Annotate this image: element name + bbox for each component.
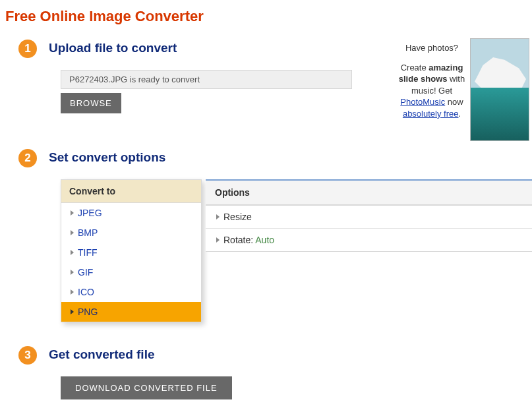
upload-status: P6272403.JPG is ready to convert	[61, 70, 352, 89]
download-button[interactable]: DOWNLOAD CONVERTED FILE	[61, 376, 232, 399]
promo-image	[470, 38, 529, 141]
promo-text: Have photos? Create amazing slide shows …	[394, 38, 470, 141]
format-label: TIFF	[78, 247, 98, 258]
promo-text-span: now	[445, 97, 463, 107]
convert-to-panel: Convert to JPEG BMP TIFF GIF ICO PNG	[61, 179, 202, 322]
promo-body: Create amazing slide shows with music! G…	[394, 62, 470, 120]
options-panel: Options Resize Rotate: Auto	[206, 179, 532, 252]
options-header: Options	[206, 181, 532, 204]
format-label: ICO	[78, 287, 94, 297]
format-list: JPEG BMP TIFF GIF ICO PNG	[61, 203, 201, 322]
caret-icon	[216, 237, 220, 243]
format-png[interactable]: PNG	[61, 302, 201, 322]
option-label: Rotate:	[223, 235, 253, 245]
step-2-heading: Set convert options	[49, 149, 165, 165]
promo-link-photomusic[interactable]: PhotoMusic	[400, 97, 445, 107]
format-label: PNG	[78, 307, 98, 317]
caret-icon	[71, 230, 74, 235]
caret-icon	[71, 250, 74, 255]
format-label: BMP	[78, 227, 98, 238]
format-ico[interactable]: ICO	[61, 282, 201, 302]
option-rotate-value: Auto	[255, 235, 274, 245]
caret-icon	[71, 289, 74, 295]
promo-text-span: .	[458, 109, 461, 119]
option-rotate[interactable]: Rotate: Auto	[206, 229, 532, 251]
caret-icon	[71, 210, 74, 216]
step-3: 3 Get converted file	[18, 346, 527, 365]
step-3-heading: Get converted file	[49, 346, 155, 362]
format-tiff[interactable]: TIFF	[61, 243, 201, 262]
boat-shape	[475, 57, 526, 88]
step-1-heading: Upload file to convert	[49, 40, 177, 55]
step-badge-3: 3	[18, 346, 37, 365]
promo-text-span: Create	[401, 63, 429, 73]
caret-icon	[71, 270, 74, 275]
convert-panel: Convert to JPEG BMP TIFF GIF ICO PNG Opt…	[61, 179, 532, 322]
caret-icon	[216, 214, 220, 220]
format-gif[interactable]: GIF	[61, 262, 201, 282]
format-jpeg[interactable]: JPEG	[61, 203, 201, 223]
format-label: JPEG	[78, 208, 102, 218]
format-bmp[interactable]: BMP	[61, 223, 201, 243]
page-title: Free Online Image Converter	[5, 8, 527, 25]
caret-icon	[71, 309, 74, 314]
step-3-body: DOWNLOAD CONVERTED FILE	[61, 376, 527, 399]
step-badge-2: 2	[18, 149, 37, 167]
option-resize[interactable]: Resize	[206, 206, 532, 229]
promo-link-free[interactable]: absolutely free	[403, 109, 459, 119]
convert-to-header: Convert to	[61, 180, 201, 203]
format-label: GIF	[78, 267, 93, 278]
option-label: Resize	[223, 212, 252, 222]
step-2: 2 Set convert options	[18, 149, 527, 167]
promo-sidebar: Have photos? Create amazing slide shows …	[394, 38, 532, 141]
step-badge-1: 1	[18, 40, 37, 58]
promo-line1: Have photos?	[394, 42, 470, 54]
browse-button[interactable]: BROWSE	[61, 93, 121, 113]
